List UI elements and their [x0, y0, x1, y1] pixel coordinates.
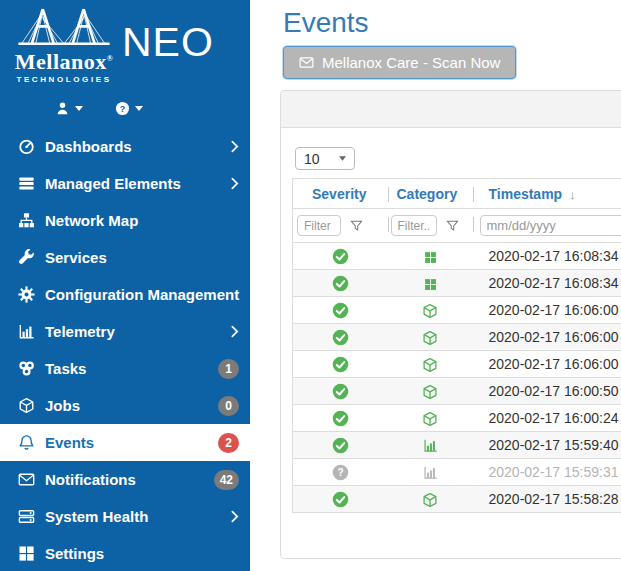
- envelope-icon: [299, 55, 314, 70]
- grid-icon: [424, 251, 437, 264]
- table-row[interactable]: 2020-02-17 16:08:34: [293, 243, 621, 270]
- scan-button-label: Mellanox Care - Scan Now: [322, 54, 500, 71]
- table-row[interactable]: 2020-02-17 15:59:31: [293, 459, 621, 486]
- cube-icon: [422, 303, 438, 319]
- user-icon: [55, 101, 70, 116]
- sidebar-item-label: Network Map: [45, 212, 239, 229]
- user-menu[interactable]: [55, 101, 83, 116]
- chevron-right-icon: [231, 510, 239, 523]
- sidebar-item-tasks[interactable]: Tasks 1: [0, 350, 250, 387]
- severity-filter-input[interactable]: [297, 215, 341, 236]
- table-row[interactable]: 2020-02-17 16:06:00: [293, 297, 621, 324]
- brand-subtitle: TECHNOLOGIES: [14, 75, 114, 84]
- grid-icon: [424, 278, 437, 291]
- sidebar-item-label: Jobs: [45, 397, 218, 414]
- table-row[interactable]: 2020-02-17 16:06:00: [293, 324, 621, 351]
- bar-chart-icon: [423, 438, 438, 453]
- sidebar-item-label: Managed Elements: [45, 175, 231, 192]
- sidebar-item-settings[interactable]: Settings: [0, 535, 250, 571]
- event-timestamp: 2020-02-17 16:06:00: [473, 324, 621, 351]
- configuration-icon: [18, 286, 35, 303]
- cube-icon: [422, 384, 438, 400]
- event-timestamp: 2020-02-17 16:00:50: [473, 378, 621, 405]
- telemetry-icon: [18, 323, 35, 340]
- sidebar-item-configuration-management[interactable]: Configuration Management: [0, 276, 250, 313]
- table-row[interactable]: 2020-02-17 16:00:24: [293, 405, 621, 432]
- registered-mark: ®: [107, 54, 113, 63]
- category-filter-input[interactable]: [391, 215, 437, 236]
- events-count-badge: 2: [218, 433, 239, 453]
- tasks-count-badge: 1: [218, 359, 239, 379]
- table-row[interactable]: 2020-02-17 15:59:40: [293, 432, 621, 459]
- event-timestamp: 2020-02-17 16:08:34: [473, 243, 621, 270]
- network-map-icon: [18, 212, 35, 229]
- table-filter-row: [293, 209, 621, 243]
- chevron-right-icon: [231, 177, 239, 190]
- page-title: Events: [283, 10, 621, 36]
- sidebar-item-label: Notifications: [45, 471, 214, 488]
- cube-icon: [422, 330, 438, 346]
- page-size-select[interactable]: 10: [295, 147, 355, 170]
- sort-desc-icon: ↓: [569, 187, 576, 202]
- sidebar-item-managed-elements[interactable]: Managed Elements: [0, 165, 250, 202]
- sidebar-item-notifications[interactable]: Notifications 42: [0, 461, 250, 498]
- event-timestamp: 2020-02-17 16:06:00: [473, 297, 621, 324]
- sidebar-item-label: Configuration Management: [45, 286, 239, 303]
- check-circle-icon: [332, 275, 349, 292]
- events-table: Severity Category Timestamp↓: [292, 178, 621, 513]
- sidebar-menu: Dashboards Managed Elements Network Map …: [0, 128, 250, 571]
- table-row[interactable]: 2020-02-17 16:00:50: [293, 378, 621, 405]
- events-panel-heading: [281, 91, 621, 128]
- filter-funnel-icon[interactable]: [350, 220, 363, 232]
- event-timestamp: 2020-02-17 15:58:28: [473, 486, 621, 513]
- managed-elements-icon: [18, 175, 35, 192]
- chevron-right-icon: [231, 325, 239, 338]
- sidebar-item-label: Dashboards: [45, 138, 231, 155]
- app-window: Mellanox® TECHNOLOGIES NEO Dashboards: [0, 0, 621, 571]
- bar-chart-icon: [423, 465, 438, 480]
- check-circle-icon: [332, 302, 349, 319]
- sidebar-item-events[interactable]: Events 2: [0, 424, 250, 461]
- table-row[interactable]: 2020-02-17 16:08:34: [293, 270, 621, 297]
- sidebar-item-label: Events: [45, 434, 218, 451]
- filter-funnel-icon[interactable]: [446, 220, 459, 232]
- dashboard-icon: [18, 138, 35, 155]
- table-header-row: Severity Category Timestamp↓: [293, 179, 621, 209]
- sidebar-item-services[interactable]: Services: [0, 239, 250, 276]
- column-header-timestamp[interactable]: Timestamp↓: [473, 179, 621, 209]
- check-circle-icon: [332, 383, 349, 400]
- caret-down-icon: [339, 156, 346, 161]
- sidebar-item-network-map[interactable]: Network Map: [0, 202, 250, 239]
- event-timestamp: 2020-02-17 16:08:34: [473, 270, 621, 297]
- sidebar-item-system-health[interactable]: System Health: [0, 498, 250, 535]
- table-row[interactable]: 2020-02-17 15:58:28: [293, 486, 621, 513]
- column-header-category[interactable]: Category: [388, 179, 473, 209]
- cube-icon: [422, 411, 438, 427]
- check-circle-icon: [332, 491, 349, 508]
- event-timestamp: 2020-02-17 15:59:40: [473, 432, 621, 459]
- sidebar: Mellanox® TECHNOLOGIES NEO Dashboards: [0, 0, 250, 571]
- events-panel: 10 Severity Category Timestamp↓: [280, 90, 621, 559]
- timestamp-filter-input[interactable]: [480, 215, 621, 236]
- sidebar-item-dashboards[interactable]: Dashboards: [0, 128, 250, 165]
- sidebar-item-label: System Health: [45, 508, 231, 525]
- sidebar-item-telemetry[interactable]: Telemetry: [0, 313, 250, 350]
- column-header-severity[interactable]: Severity: [293, 179, 388, 209]
- caret-down-icon: [135, 106, 143, 111]
- check-circle-icon: [332, 410, 349, 427]
- notifications-icon: [18, 471, 35, 488]
- help-menu[interactable]: [115, 101, 143, 116]
- brand-name: Mellanox: [15, 49, 107, 74]
- system-health-icon: [18, 508, 35, 525]
- check-circle-icon: [332, 356, 349, 373]
- question-circle-icon: [332, 464, 349, 481]
- events-table-body: 2020-02-17 16:08:34 2020-02-17 16:08:34 …: [293, 243, 621, 513]
- mellanox-care-scan-button[interactable]: Mellanox Care - Scan Now: [283, 46, 516, 79]
- sidebar-item-jobs[interactable]: Jobs 0: [0, 387, 250, 424]
- table-row[interactable]: 2020-02-17 16:06:00: [293, 351, 621, 378]
- events-icon: [18, 434, 35, 451]
- jobs-icon: [18, 397, 35, 414]
- main-content: Events Mellanox Care - Scan Now 10 Sever…: [250, 0, 621, 571]
- events-panel-body: 10 Severity Category Timestamp↓: [281, 128, 621, 513]
- cube-icon: [422, 492, 438, 508]
